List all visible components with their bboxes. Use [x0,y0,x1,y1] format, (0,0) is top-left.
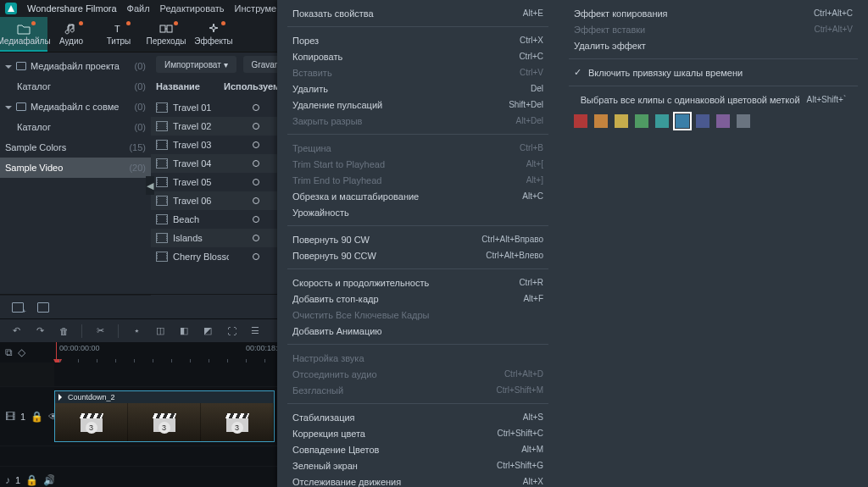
tab-media[interactable]: Медиафайлы [0,17,47,52]
sidebar-item[interactable]: Медиафайл проекта(0) [0,56,151,76]
color-swatch[interactable] [655,114,669,128]
tab-effects[interactable]: Эффекты [190,17,237,52]
media-name: Travel 05 [173,177,229,187]
color-swatch[interactable] [594,114,608,128]
undo-icon[interactable]: ↶ [10,325,22,337]
color-swatch[interactable] [574,114,587,128]
menu-item-label: Обрезка и масштабирование [292,191,419,202]
menu-item[interactable]: Добавить Анимацию [281,323,555,339]
color-swatch[interactable] [676,114,689,128]
used-indicator [253,235,259,241]
chevron-down-icon [5,65,12,72]
menu-item-label: Повернуть 90 CW [292,235,370,245]
sidebar-item[interactable]: Sample Video(20) [0,158,151,178]
menu-item-label: Трещина [292,143,331,153]
media-name: Travel 06 [173,196,229,206]
menu-item[interactable]: СтабилизацияAlt+S [281,409,555,425]
menubar-file[interactable]: Файл [127,3,150,14]
green-screen-icon[interactable]: ◩ [202,325,214,337]
menu-item[interactable]: Эффект копированияCtrl+Alt+C [562,5,865,21]
tab-label: Аудио [59,36,83,46]
menu-item[interactable]: Добавить стоп-кадрAlt+F [281,291,555,307]
menu-item-label: Показать свойства [292,8,374,19]
music-icon [64,23,78,35]
sidebar-item[interactable]: Медиафайл с совме(0) [0,97,151,117]
menu-item[interactable]: Включить привязку шкалы времени [562,64,865,80]
track-number: 1 [20,412,25,422]
timeline-options[interactable]: ⧉ ◇ [0,342,54,362]
used-indicator [253,179,259,185]
media-name: Islands [173,233,229,243]
folder-icon[interactable] [37,302,49,313]
color-swatch[interactable] [737,114,750,128]
menu-item[interactable]: Скорость и продолжительностьCtrl+R [281,274,555,291]
tab-audio[interactable]: Аудио [47,17,95,52]
menubar-edit[interactable]: Редактировать [160,3,225,14]
menu-item[interactable]: Повернуть 90 CCWCtrl+Alt+Влево [281,247,555,263]
crop-icon[interactable]: ◫ [154,325,166,337]
redo-icon[interactable]: ↷ [34,325,46,337]
new-folder-icon[interactable] [12,302,24,313]
menu-item-shortcut: Ctrl+Alt+Вправо [481,235,543,244]
menu-item[interactable]: КопироватьCtrl+C [281,48,555,64]
cut-icon[interactable]: ✂ [94,325,106,337]
color-swatch[interactable] [615,114,628,128]
menu-item-shortcut: Ctrl+V [520,68,543,77]
menu-item[interactable]: Удалить эффект [562,37,865,53]
color-swatch[interactable] [635,114,648,128]
speed-icon[interactable]: ⭑ [131,325,142,337]
lock-icon[interactable]: 🔒 [25,474,38,486]
menu-item-label: Совпадение Цветов [292,445,379,455]
playhead[interactable] [56,342,57,362]
color-swatch[interactable] [696,114,709,128]
menu-item-label: Безгласный [292,385,343,396]
menu-item: Отсоединить аудиоCtrl+Alt+D [281,366,555,382]
import-button[interactable]: Импортироват ▾ [156,56,236,73]
color-swatch[interactable] [716,114,730,128]
chevron-down-icon: ▾ [224,60,228,69]
menu-item-shortcut: Alt+E [523,8,543,18]
menu-item[interactable]: Отслеживание движенияAlt+X [281,473,555,487]
menu-item[interactable]: Удаление пульсацийShift+Del [281,97,555,113]
col-name[interactable]: Название [156,81,224,91]
clip-icon [156,121,168,131]
music-icon: ♪ [5,474,10,486]
chevron-down-icon [5,106,12,113]
menu-item[interactable]: Зеленый экранCtrl+Shift+G [281,457,555,473]
sidebar-action-bar [0,295,151,318]
menu-item[interactable]: ПорезCtrl+X [281,32,555,48]
menu-item[interactable]: Урожайность [281,204,555,220]
delete-icon[interactable]: 🗑 [58,325,70,337]
menu-item: Закрыть разрывAlt+Del [281,113,555,129]
menu-item-label: Копировать [292,52,342,62]
sidebar-item[interactable]: Каталог(0) [0,117,151,137]
menu-item[interactable]: Выбрать все клипы с одинаковой цветовой … [562,91,865,108]
menu-item-label: Trim Start to Playhead [292,159,385,169]
lock-icon[interactable]: 🔒 [31,411,43,423]
menu-item[interactable]: Повернуть 90 CWCtrl+Alt+Вправо [281,231,555,247]
settings-icon[interactable]: ☰ [249,325,261,337]
menu-item: БезгласныйCtrl+Shift+M [281,382,555,398]
menu-item-shortcut: Ctrl+B [520,143,543,152]
menu-item[interactable]: Обрезка и масштабированиеAlt+C [281,188,555,204]
menu-item[interactable]: Совпадение ЦветовAlt+M [281,441,555,457]
clip-icon [156,196,168,206]
menu-item-shortcut: Alt+C [522,191,543,201]
menu-item: ВставитьCtrl+V [281,64,555,80]
color-icon[interactable]: ◧ [178,325,190,337]
video-track-controls: 🎞 1 🔒 👁 [0,387,54,445]
media-name: Beach [173,214,229,224]
sidebar-item-label: Каталог [17,122,51,132]
tab-transitions[interactable]: Переходы [142,17,190,52]
menu-item[interactable]: УдалитьDel [281,80,555,97]
timeline-clip[interactable]: Countdown_2 3 3 3 [54,390,275,442]
expand-icon[interactable]: ⛶ [225,325,237,337]
menu-item-label: Коррекция цвета [292,429,365,439]
menu-item[interactable]: Коррекция цветаCtrl+Shift+C [281,425,555,441]
tab-titles[interactable]: T Титры [95,17,142,52]
menu-item[interactable]: Показать свойстваAlt+E [281,5,555,21]
sidebar-item[interactable]: Каталог(0) [0,76,151,97]
sidebar-collapse-handle[interactable]: ◀ [146,176,154,195]
sidebar-item[interactable]: Sample Colors(15) [0,137,151,158]
menu-item-shortcut: Alt+F [523,294,543,303]
